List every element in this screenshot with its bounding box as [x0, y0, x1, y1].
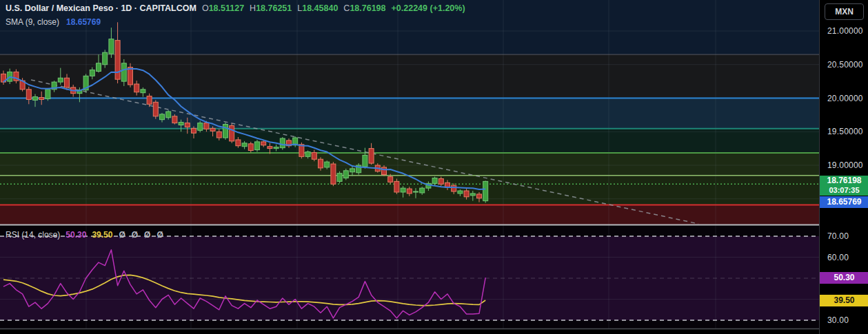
candle-body[interactable]	[134, 84, 139, 92]
candle-body[interactable]	[420, 188, 425, 193]
candle-body[interactable]	[33, 97, 38, 101]
candle-body[interactable]	[470, 194, 475, 196]
candle-body[interactable]	[248, 144, 253, 151]
sma-legend[interactable]: SMA (9, close)18.65769	[6, 17, 101, 27]
candle-body[interactable]	[121, 63, 126, 81]
candle-body[interactable]	[39, 98, 44, 100]
open-value: 18.51127	[209, 3, 244, 13]
candle-body[interactable]	[236, 140, 241, 146]
candle-body[interactable]	[242, 143, 247, 147]
candle-body[interactable]	[363, 155, 367, 167]
last-price-badge: 18.76198 03:07:35	[820, 176, 868, 196]
candle-body[interactable]	[153, 102, 158, 116]
candle-body[interactable]	[305, 152, 310, 157]
candle-body[interactable]	[115, 41, 120, 80]
candle-body[interactable]	[438, 179, 443, 185]
candle-body[interactable]	[343, 171, 348, 178]
rsi-value-badge: 50.30	[820, 272, 868, 284]
high-value: 18.76251	[256, 3, 292, 13]
candle-body[interactable]	[261, 142, 266, 145]
candle-body[interactable]	[477, 194, 482, 198]
candle-body[interactable]	[97, 63, 101, 72]
candle-body[interactable]	[128, 67, 133, 85]
candle-body[interactable]	[210, 128, 215, 131]
price-band	[0, 153, 820, 176]
candle-body[interactable]	[401, 188, 405, 192]
price-axis[interactable]: MXN 21.00000 20.50000 20.00000 19.50000 …	[819, 0, 868, 334]
candle-body[interactable]	[280, 138, 285, 148]
price-tick-20: 20.00000	[827, 94, 863, 103]
candle-body[interactable]	[204, 123, 209, 129]
rsi-tick-30: 30.00	[827, 315, 849, 325]
candle-body[interactable]	[160, 114, 165, 120]
candle-body[interactable]	[179, 123, 183, 125]
rsi-empty-value: Ø	[119, 230, 125, 240]
candle-body[interactable]	[382, 167, 387, 175]
candle-body[interactable]	[46, 90, 50, 99]
change-value: +0.22249 (+1.20%)	[392, 3, 465, 13]
candle-body[interactable]	[483, 181, 488, 200]
candle-body[interactable]	[312, 152, 316, 159]
candle-body[interactable]	[58, 78, 63, 82]
candle-body[interactable]	[166, 112, 171, 118]
candle-body[interactable]	[198, 123, 203, 131]
sma-value: 18.65769	[66, 17, 101, 27]
price-band	[0, 205, 820, 225]
candle-body[interactable]	[319, 159, 323, 168]
candle-body[interactable]	[268, 147, 272, 149]
last-price-value: 18.76198	[820, 176, 868, 186]
high-label: H	[250, 3, 256, 13]
price-tick-19: 19.00000	[827, 160, 863, 170]
currency-button[interactable]: MXN	[825, 3, 864, 20]
candle-body[interactable]	[230, 125, 234, 140]
candle-body[interactable]	[109, 39, 114, 54]
price-tick-20_5: 20.50000	[827, 60, 863, 70]
candle-body[interactable]	[414, 191, 418, 192]
sma-price-badge: 18.65769	[820, 196, 868, 208]
candle-body[interactable]	[185, 123, 190, 127]
candle-body[interactable]	[255, 142, 260, 150]
rsi-tick-70: 70.00	[827, 231, 849, 241]
rsi-empty-value: Ø	[132, 230, 138, 240]
candle-body[interactable]	[274, 147, 279, 149]
rsi-legend[interactable]: RSI (14, close)50.3039.50ØØØØ	[6, 230, 163, 240]
candle-body[interactable]	[432, 178, 437, 184]
symbol-legend[interactable]: U.S. Dollar / Mexican Peso · 1D · CAPITA…	[6, 3, 465, 13]
candle-body[interactable]	[388, 177, 393, 182]
price-band	[0, 129, 820, 153]
candle-body[interactable]	[464, 191, 469, 197]
rsi-tick-60: 60.00	[827, 253, 849, 262]
candle-body[interactable]	[141, 90, 145, 93]
candle-body[interactable]	[103, 52, 108, 65]
close-value: 18.76198	[350, 3, 385, 13]
candle-body[interactable]	[26, 90, 31, 100]
candle-body[interactable]	[325, 162, 330, 167]
candle-body[interactable]	[452, 185, 456, 191]
candle-body[interactable]	[223, 125, 228, 138]
candle-body[interactable]	[90, 70, 94, 76]
price-tick-21: 21.00000	[827, 26, 863, 36]
price-rsi-chart-canvas[interactable]	[0, 0, 820, 334]
price-tick-19_5: 19.50000	[827, 127, 863, 136]
sma-label: SMA (9, close)	[6, 17, 59, 27]
candle-body[interactable]	[331, 164, 336, 184]
candle-body[interactable]	[369, 149, 374, 163]
chart-window: U.S. Dollar / Mexican Peso · 1D · CAPITA…	[0, 0, 868, 334]
rsi-ma-value: 39.50	[92, 230, 112, 240]
candle-body[interactable]	[407, 189, 412, 194]
candle-body[interactable]	[458, 191, 463, 194]
candle-body[interactable]	[216, 132, 221, 138]
candle-body[interactable]	[337, 174, 342, 182]
candle-body[interactable]	[172, 116, 177, 123]
low-value: 18.45840	[302, 3, 338, 13]
candle-body[interactable]	[192, 128, 196, 133]
rsi-empty-value: Ø	[157, 230, 163, 240]
rsi-ma-value-badge: 39.50	[820, 295, 868, 306]
candle-body[interactable]	[394, 181, 399, 192]
candle-body[interactable]	[65, 78, 70, 87]
candle-body[interactable]	[350, 169, 355, 172]
candle-body[interactable]	[147, 96, 152, 105]
rsi-empty-value: Ø	[144, 230, 150, 240]
rsi-value: 50.30	[65, 230, 86, 240]
symbol-title: U.S. Dollar / Mexican Peso · 1D · CAPITA…	[6, 3, 196, 13]
